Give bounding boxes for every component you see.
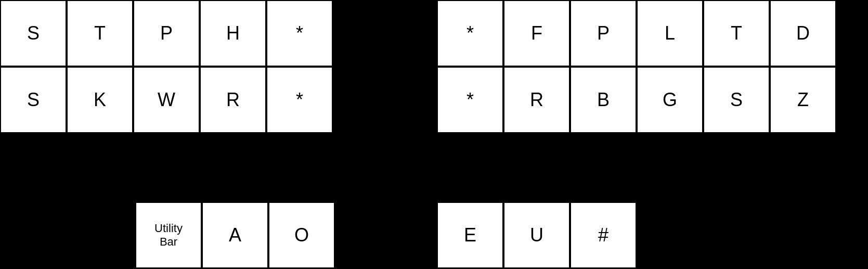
key-G[interactable]: G (637, 67, 703, 133)
key-star-right-bottom[interactable]: * (437, 67, 503, 133)
key-Z[interactable]: Z (770, 67, 836, 133)
bottom-right-grid: E U # (437, 202, 637, 268)
key-D[interactable]: D (770, 0, 836, 67)
steno-keyboard: S T P H * S K W R * * F P L T D * R B G … (0, 0, 868, 269)
key-F[interactable]: F (503, 0, 570, 67)
key-P-right[interactable]: P (570, 0, 637, 67)
key-R-left[interactable]: R (200, 67, 266, 133)
key-H[interactable]: H (200, 0, 266, 67)
key-S-bottom[interactable]: S (0, 67, 67, 133)
key-T[interactable]: T (67, 0, 133, 67)
key-L[interactable]: L (637, 0, 703, 67)
key-S-right[interactable]: S (703, 67, 770, 133)
key-B[interactable]: B (570, 67, 637, 133)
right-top-grid: * F P L T D * R B G S Z (437, 0, 836, 133)
bottom-left-grid: UtilityBar A O (135, 202, 335, 268)
key-K[interactable]: K (67, 67, 133, 133)
key-R-right[interactable]: R (503, 67, 570, 133)
key-P-left[interactable]: P (133, 0, 200, 67)
key-W[interactable]: W (133, 67, 200, 133)
key-utility-bar[interactable]: UtilityBar (135, 202, 202, 268)
key-hash[interactable]: # (570, 202, 637, 268)
key-T-right[interactable]: T (703, 0, 770, 67)
key-A[interactable]: A (202, 202, 268, 268)
key-U[interactable]: U (503, 202, 570, 268)
key-star-left-bottom[interactable]: * (266, 67, 333, 133)
key-star-left-top[interactable]: * (266, 0, 333, 67)
key-E[interactable]: E (437, 202, 503, 268)
key-S-top[interactable]: S (0, 0, 67, 67)
left-top-grid: S T P H * S K W R * (0, 0, 333, 133)
key-star-right-top[interactable]: * (437, 0, 503, 67)
key-O[interactable]: O (268, 202, 335, 268)
